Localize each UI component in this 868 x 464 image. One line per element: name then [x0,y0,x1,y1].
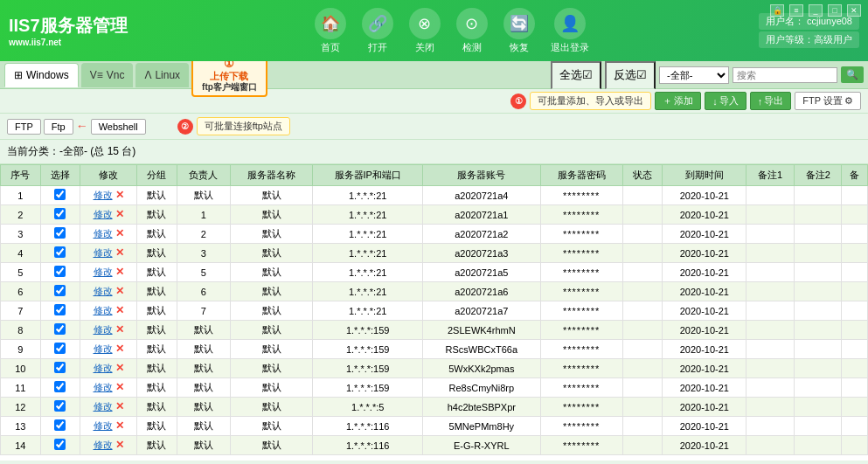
menu-icon[interactable]: ≡ [789,4,803,17]
ftp2-tab[interactable]: Ftp [44,119,73,135]
cell-group: 默认 [136,398,177,417]
row-checkbox[interactable] [54,189,66,200]
cell-checkbox[interactable] [40,282,80,301]
cell-checkbox[interactable] [40,186,80,205]
nav-close[interactable]: ⊗ 关闭 [409,8,441,54]
delete-button[interactable]: ✕ [115,227,124,239]
table-row: 12 修改 ✕ 默认 默认 默认 1.*.*.*:5 h4c2bteSBPXpr… [1,398,868,417]
delete-button[interactable]: ✕ [115,285,124,297]
search-button[interactable]: 🔍 [841,66,864,83]
delete-button[interactable]: ✕ [115,246,124,259]
row-checkbox[interactable] [54,362,66,373]
cell-note1 [746,321,795,340]
cell-edit: 修改 ✕ [80,282,137,301]
cell-checkbox[interactable] [40,321,80,340]
row-checkbox[interactable] [54,343,66,354]
delete-button[interactable]: ✕ [115,362,124,374]
delete-button[interactable]: ✕ [115,400,124,412]
nav-detect[interactable]: ⊙ 检测 [456,8,488,54]
reverse-select-button[interactable]: 反选☑ [605,61,656,89]
lock-icon[interactable]: 🔒 [770,4,784,17]
ftp-tab[interactable]: FTP [7,119,41,135]
edit-button[interactable]: 修改 [94,401,113,412]
user-level-info: 用户等级：高级用户 [759,31,859,48]
cell-owner: 默认 [177,340,231,359]
edit-button[interactable]: 修改 [94,324,113,335]
cell-account: a2020721a1 [423,205,541,225]
cell-note1 [746,301,795,321]
edit-button[interactable]: 修改 [94,286,113,296]
cell-checkbox[interactable] [40,417,80,436]
row-checkbox[interactable] [54,323,66,335]
edit-button[interactable]: 修改 [94,247,113,258]
ftp-settings-button[interactable]: FTP 设置 ⚙ [795,92,861,110]
row-checkbox[interactable] [54,285,66,296]
row-checkbox[interactable] [54,227,66,239]
edit-button[interactable]: 修改 [94,209,113,219]
row-checkbox[interactable] [54,246,66,258]
cell-checkbox[interactable] [40,359,80,378]
edit-button[interactable]: 修改 [94,228,113,239]
delete-button[interactable]: ✕ [115,208,124,220]
cell-checkbox[interactable] [40,436,80,455]
delete-button[interactable]: ✕ [115,419,124,432]
edit-button[interactable]: 修改 [94,190,113,200]
delete-button[interactable]: ✕ [115,343,124,355]
select-all-button[interactable]: 全选☑ [551,61,601,89]
export-button[interactable]: ↑ 导出 [750,92,792,110]
cell-ip: 1.*.*.*:21 [313,282,423,301]
cell-checkbox[interactable] [40,398,80,417]
cell-id: 2 [1,205,41,225]
nav-restore[interactable]: 🔄 恢复 [503,8,535,54]
row-checkbox[interactable] [54,419,66,431]
cell-checkbox[interactable] [40,378,80,398]
edit-button[interactable]: 修改 [94,305,113,315]
delete-button[interactable]: ✕ [115,439,124,451]
cell-checkbox[interactable] [40,340,80,359]
row-checkbox[interactable] [54,266,66,277]
cell-checkbox[interactable] [40,244,80,263]
nav-open[interactable]: 🔗 打开 [362,8,393,54]
row-checkbox[interactable] [54,400,66,412]
import-button[interactable]: ↓ 导入 [705,92,746,110]
cell-name: 默认 [231,301,313,321]
cell-extra [842,301,868,321]
edit-button[interactable]: 修改 [94,440,113,450]
cell-checkbox[interactable] [40,205,80,225]
row-checkbox[interactable] [54,439,66,450]
delete-button[interactable]: ✕ [115,266,124,278]
row-checkbox[interactable] [54,381,66,392]
close-icon[interactable]: ✕ [847,4,861,17]
nav-logout[interactable]: 👤 退出登录 [551,8,589,54]
delete-button[interactable]: ✕ [115,323,124,336]
search-input[interactable] [733,67,837,83]
row-checkbox[interactable] [54,304,66,315]
nav-home[interactable]: 🏠 首页 [315,8,346,54]
add-button[interactable]: ＋ 添加 [655,92,701,110]
cell-group: 默认 [136,340,177,359]
table-row: 11 修改 ✕ 默认 默认 默认 1.*.*.*:159 Re8sCmyNi8r… [1,378,868,398]
edit-button[interactable]: 修改 [94,363,113,373]
tab-linux[interactable]: Λ Linux [135,63,189,87]
cell-checkbox[interactable] [40,263,80,282]
tab-windows[interactable]: ⊞ Windows [4,63,79,87]
edit-button[interactable]: 修改 [94,420,113,431]
edit-button[interactable]: 修改 [94,382,113,392]
edit-button[interactable]: 修改 [94,343,113,354]
cell-checkbox[interactable] [40,301,80,321]
tab-ftp-label: ftp客户端窗口 [202,82,257,93]
row-checkbox[interactable] [54,208,66,219]
maximize-icon[interactable]: □ [828,4,842,17]
minimize-icon[interactable]: _ [809,4,823,17]
delete-button[interactable]: ✕ [115,304,124,316]
filter-dropdown[interactable]: -全部- [659,66,729,84]
edit-button[interactable]: 修改 [94,267,113,277]
cell-ip: 1.*.*.*:159 [313,359,423,378]
delete-button[interactable]: ✕ [115,189,124,201]
delete-button[interactable]: ✕ [115,381,124,393]
webshell-tab[interactable]: Webshell [91,119,146,135]
cell-name: 默认 [231,205,313,225]
cell-checkbox[interactable] [40,225,80,244]
tabs-bar: ⊞ Windows V≡ Vnc Λ Linux ① 上传下载 ftp客户端窗口… [0,61,868,89]
tab-vnc[interactable]: V≡ Vnc [81,63,134,87]
